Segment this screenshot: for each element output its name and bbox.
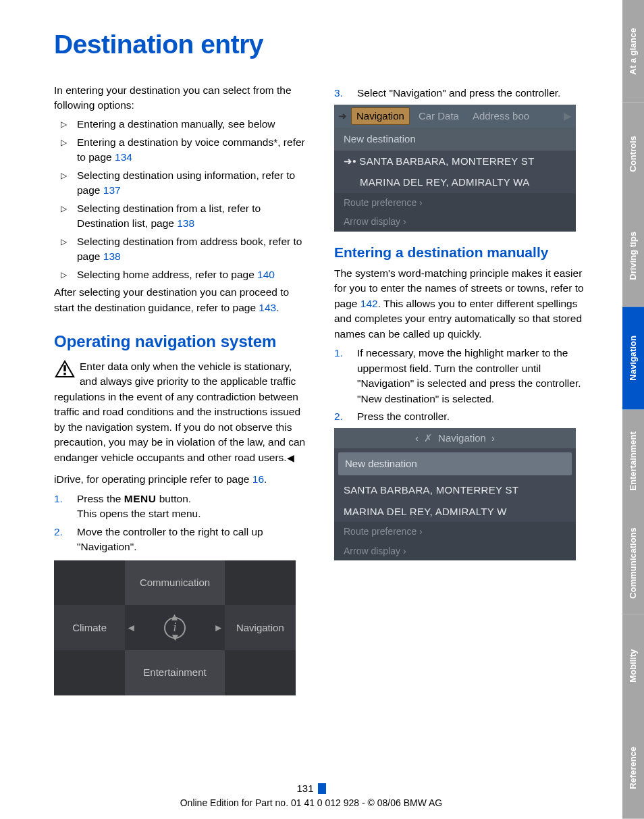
step-number: 1. bbox=[54, 492, 72, 506]
list-item: 2.Press the controller. bbox=[334, 409, 587, 424]
warning-text: Enter data only when the vehicle is stat… bbox=[54, 361, 305, 463]
screen-title: Navigation bbox=[438, 431, 486, 446]
step-3: 3.Select "Navigation" and press the cont… bbox=[334, 86, 587, 101]
tab-driving-tips[interactable]: Driving tips bbox=[622, 205, 644, 307]
warning-icon bbox=[54, 359, 76, 378]
manual-para: The system's word-matching principle mak… bbox=[334, 266, 587, 342]
chevron-up-icon: ▴ bbox=[171, 608, 178, 625]
right-column: 3.Select "Navigation" and press the cont… bbox=[334, 83, 587, 695]
tab-communications[interactable]: Communications bbox=[622, 512, 644, 614]
tab-navigation[interactable]: Navigation bbox=[622, 307, 644, 410]
list-item: Selecting destination from a list, refer… bbox=[54, 201, 307, 232]
screen-arrow-display: Arrow display › bbox=[334, 541, 576, 560]
screen-dest-row: ➜• SANTA BARBARA, MONTERREY ST bbox=[334, 151, 576, 172]
screen-tab-cardata: Car Data bbox=[414, 108, 464, 124]
idrive-ref: iDrive, for operating principle refer to… bbox=[54, 472, 307, 487]
page-number: 131 bbox=[296, 783, 313, 794]
steps-right: 1.If necessary, move the highlight marke… bbox=[334, 346, 587, 424]
heading-manual: Entering a destination manually bbox=[334, 244, 587, 261]
chapter-tabs: At a glance Controls Driving tips Naviga… bbox=[622, 0, 644, 819]
svg-rect-2 bbox=[63, 365, 65, 371]
menu-climate: Climate bbox=[54, 605, 125, 650]
arrow-icon: ➜ bbox=[338, 109, 347, 124]
arrow-icon: ➜• bbox=[344, 155, 359, 167]
steps-left: 1.Press the MENU button.This opens the s… bbox=[54, 492, 307, 555]
screen-tab-navigation: Navigation bbox=[351, 107, 410, 125]
heading-operating: Operating navigation system bbox=[54, 330, 307, 354]
idrive-screen-1: ➜ Navigation Car Data Address boo ▶ New … bbox=[334, 105, 576, 232]
screen-dest-row: MARINA DEL REY, ADMIRALTY WA bbox=[334, 171, 576, 193]
step-number: 1. bbox=[334, 346, 352, 361]
page-ref-link[interactable]: 138 bbox=[103, 250, 121, 262]
list-item: 1.Press the MENU button.This opens the s… bbox=[54, 492, 307, 522]
page: At a glance Controls Driving tips Naviga… bbox=[0, 0, 644, 819]
tab-controls[interactable]: Controls bbox=[622, 103, 644, 205]
page-ref-link[interactable]: 137 bbox=[103, 184, 121, 196]
idrive-menu-graphic: Communication Climate ▴ ▴ ▴ ▴ i Navigati… bbox=[54, 560, 296, 695]
left-column: In entering your destination you can sel… bbox=[54, 83, 307, 695]
options-list: Entering a destination manually, see bel… bbox=[54, 117, 307, 282]
page-ref-link[interactable]: 134 bbox=[115, 151, 132, 163]
screen-tab-addressbook: Address boo bbox=[468, 108, 534, 124]
tab-mobility[interactable]: Mobility bbox=[622, 614, 644, 717]
screen-route-preference: Route preference › bbox=[334, 193, 576, 212]
screen-dest-row: MARINA DEL REY, ADMIRALTY W bbox=[334, 501, 576, 523]
list-item: Entering a destination by voice commands… bbox=[54, 135, 307, 165]
chevron-left-icon: ▴ bbox=[122, 625, 140, 631]
page-marker-icon bbox=[318, 783, 326, 794]
list-item: 1.If necessary, move the highlight marke… bbox=[334, 346, 587, 406]
menu-button-label: MENU bbox=[124, 493, 157, 504]
footer-copyright: Online Edition for Part no. 01 41 0 012 … bbox=[0, 796, 622, 810]
list-item: Entering a destination manually, see bel… bbox=[54, 117, 307, 132]
list-item: 2.Move the controller to the right to ca… bbox=[54, 525, 307, 555]
idrive-screen-2: ‹ ✗ Navigation › New destination SANTA B… bbox=[334, 428, 576, 560]
page-ref-link[interactable]: 143 bbox=[259, 302, 276, 313]
chevron-down-icon: ▴ bbox=[171, 630, 178, 648]
chevron-right-icon: › bbox=[491, 431, 495, 446]
menu-entertainment: Entertainment bbox=[125, 650, 224, 695]
intro-text: In entering your destination you can sel… bbox=[54, 83, 307, 113]
satellite-icon: ✗ bbox=[424, 431, 433, 446]
step-number: 2. bbox=[334, 409, 352, 424]
screen-dest-row: SANTA BARBARA, MONTERREY ST bbox=[334, 479, 576, 501]
page-ref-link[interactable]: 140 bbox=[257, 269, 275, 280]
page-ref-link[interactable]: 138 bbox=[177, 217, 194, 229]
chevron-left-icon: ‹ bbox=[415, 431, 419, 446]
menu-center: ▴ ▴ ▴ ▴ i bbox=[125, 605, 224, 650]
tab-reference[interactable]: Reference bbox=[622, 716, 644, 819]
menu-communication: Communication bbox=[125, 560, 224, 606]
tab-entertainment[interactable]: Entertainment bbox=[622, 410, 644, 512]
step-number: 2. bbox=[54, 525, 72, 539]
svg-rect-3 bbox=[63, 373, 65, 375]
screen-new-destination: New destination bbox=[334, 128, 576, 151]
after-options-text: After selecting your destination you can… bbox=[54, 285, 307, 315]
screen-header: ‹ ✗ Navigation › bbox=[334, 428, 576, 448]
page-ref-link[interactable]: 16 bbox=[252, 473, 264, 485]
list-item: Selecting home address, refer to page 14… bbox=[54, 267, 307, 282]
page-title: Destination entry bbox=[54, 26, 587, 64]
step-number: 3. bbox=[334, 86, 352, 101]
scroll-right-icon: ▶ bbox=[564, 109, 572, 124]
screen-new-destination-selected: New destination bbox=[338, 452, 572, 475]
tab-at-a-glance[interactable]: At a glance bbox=[622, 0, 644, 103]
chevron-right-icon: ▴ bbox=[210, 625, 227, 631]
list-item: Selecting destination from address book,… bbox=[54, 234, 307, 265]
content-area: Destination entry In entering your desti… bbox=[54, 26, 587, 695]
menu-navigation: Navigation bbox=[225, 605, 296, 650]
page-footer: 131 Online Edition for Part no. 01 41 0 … bbox=[0, 781, 622, 810]
list-item: Selecting destination using information,… bbox=[54, 168, 307, 199]
screen-tabs: ➜ Navigation Car Data Address boo ▶ bbox=[334, 105, 576, 128]
screen-route-preference: Route preference › bbox=[334, 522, 576, 541]
list-item: 3.Select "Navigation" and press the cont… bbox=[334, 86, 587, 101]
screen-arrow-display: Arrow display › bbox=[334, 212, 576, 231]
warning-box: Enter data only when the vehicle is stat… bbox=[54, 359, 307, 465]
page-ref-link[interactable]: 142 bbox=[360, 298, 378, 309]
end-mark-icon: ◀ bbox=[287, 452, 294, 463]
